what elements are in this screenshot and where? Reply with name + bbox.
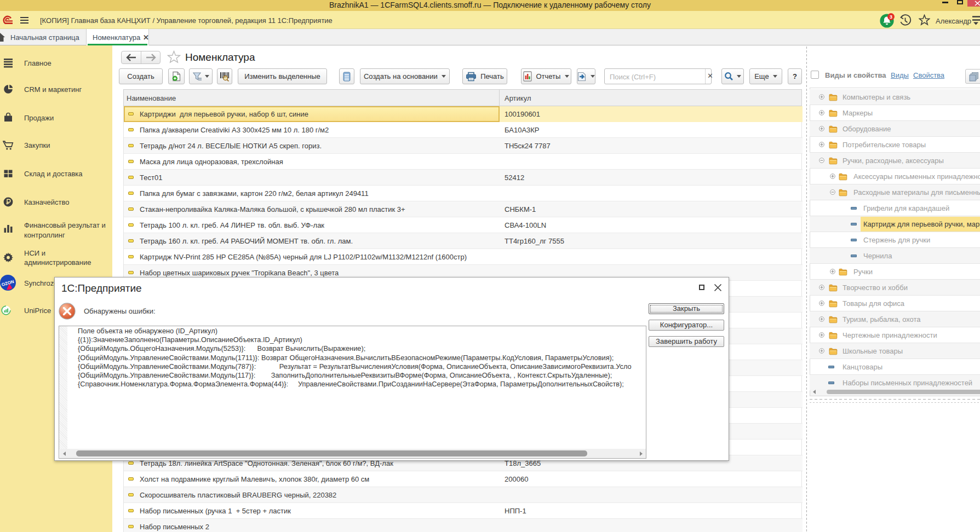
svg-text:3: 3 <box>890 14 892 20</box>
